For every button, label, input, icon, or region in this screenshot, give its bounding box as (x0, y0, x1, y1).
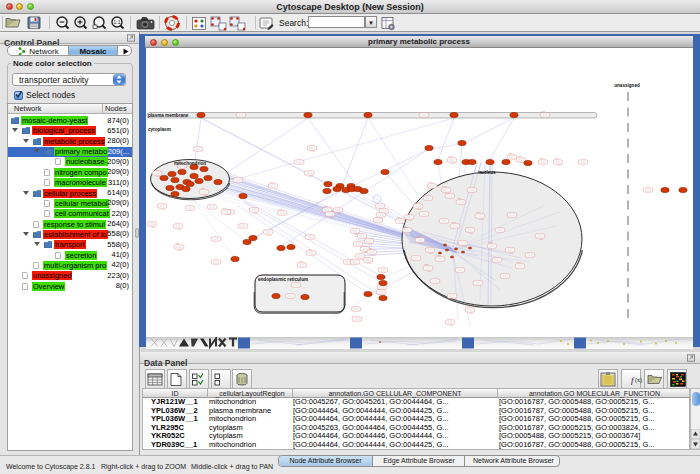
svg-text:endoplasmic reticulum: endoplasmic reticulum (258, 277, 308, 282)
svg-text:nucleus: nucleus (478, 170, 496, 175)
svg-text:plasma membrane: plasma membrane (148, 113, 189, 118)
svg-text:mitochondrion: mitochondrion (174, 161, 206, 166)
svg-text:1:1: 1:1 (114, 19, 121, 25)
svg-text:(x): (x) (635, 377, 642, 384)
svg-text:cytoplasm: cytoplasm (148, 127, 171, 132)
svg-text:unassigned: unassigned (614, 83, 640, 88)
